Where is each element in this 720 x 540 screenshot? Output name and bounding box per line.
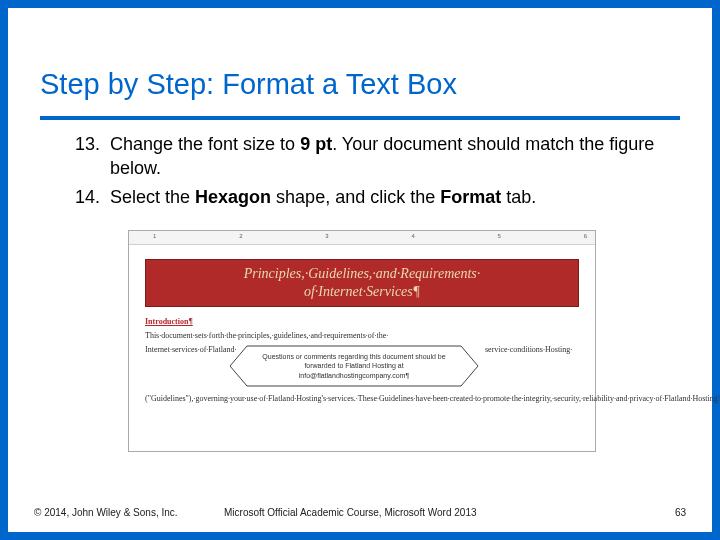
- intro-paragraph: This·document·sets·forth·the·principles,…: [145, 331, 579, 342]
- intro-heading: Introduction¶: [145, 317, 193, 326]
- column-right: service·conditions·Hosting·: [485, 345, 579, 356]
- step-number: 13.: [64, 132, 110, 181]
- step-text: Change the font size to 9 pt. Your docum…: [110, 132, 672, 181]
- step-14: 14. Select the Hexagon shape, and click …: [64, 185, 672, 209]
- step-number: 14.: [64, 185, 110, 209]
- hexagon-shape: Questions or comments regarding this doc…: [229, 345, 479, 387]
- title-banner: Principles,·Guidelines,·and·Requirements…: [145, 259, 579, 307]
- ruler-ticks: 1 2 3 4 5 6: [153, 233, 587, 243]
- copyright-text: © 2014, John Wiley & Sons, Inc.: [34, 507, 224, 518]
- banner-text: Principles,·Guidelines,·and·Requirements…: [244, 265, 481, 301]
- slide-title: Step by Step: Format a Text Box: [40, 68, 457, 101]
- step-13: 13. Change the font size to 9 pt. Your d…: [64, 132, 672, 181]
- slide: Step by Step: Format a Text Box 13. Chan…: [8, 8, 712, 532]
- hexagon-text: Questions or comments regarding this doc…: [229, 352, 479, 379]
- column-left: Internet·services·of·Flatland·: [145, 345, 223, 356]
- course-text: Microsoft Official Academic Course, Micr…: [224, 507, 675, 518]
- footer: © 2014, John Wiley & Sons, Inc. Microsof…: [34, 507, 686, 518]
- body-paragraph: ("Guidelines"),·governing·your·use·of·Fl…: [145, 393, 579, 404]
- ruler: 1 2 3 4 5 6: [129, 231, 595, 245]
- document-figure: 1 2 3 4 5 6 Principles,·Guidelines,·and·…: [128, 230, 596, 452]
- columns-row: Internet·services·of·Flatland· Questions…: [145, 345, 579, 389]
- step-text: Select the Hexagon shape, and click the …: [110, 185, 672, 209]
- page-number: 63: [675, 507, 686, 518]
- content-area: 13. Change the font size to 9 pt. Your d…: [64, 132, 672, 213]
- title-underline: [40, 116, 680, 120]
